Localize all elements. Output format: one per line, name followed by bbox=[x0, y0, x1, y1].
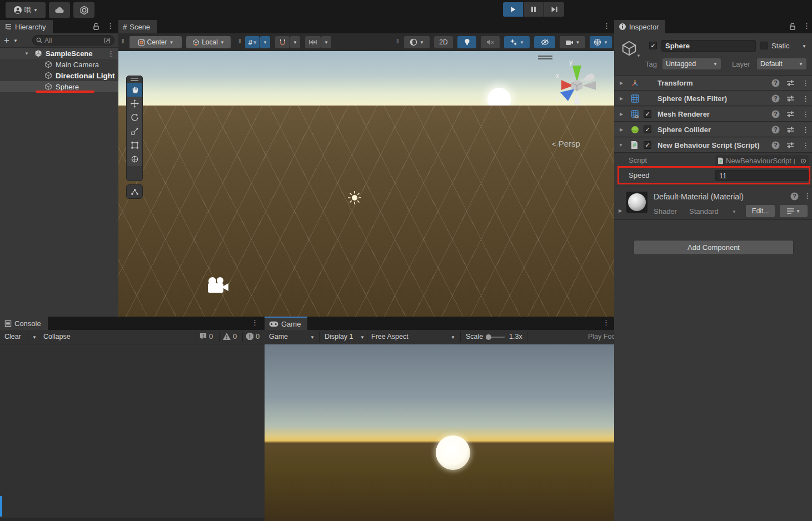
warning-count-badge[interactable]: 0 bbox=[222, 332, 237, 340]
component-header-sphere-collider[interactable]: ▶ ✓ Sphere Collider ? ⋮ bbox=[614, 122, 812, 137]
foldout-closed-icon[interactable]: ▶ bbox=[620, 127, 623, 132]
scene-panel-menu-icon[interactable]: ⋮ bbox=[603, 22, 610, 29]
scene-viewport[interactable]: y x z < Persp bbox=[118, 51, 614, 317]
move-tool-button[interactable] bbox=[127, 97, 142, 111]
material-menu-icon[interactable]: ⋮ bbox=[804, 192, 811, 199]
increment-snap-button[interactable] bbox=[305, 36, 321, 48]
effects-toggle-button[interactable]: ▼ bbox=[504, 36, 530, 48]
camera-settings-button[interactable]: ▼ bbox=[560, 36, 585, 48]
grid-visibility-dropdown[interactable]: ▼ bbox=[260, 36, 270, 48]
tab-game[interactable]: Game bbox=[265, 317, 307, 330]
scale-slider-handle[interactable] bbox=[486, 334, 491, 340]
inspector-menu-icon[interactable]: ⋮ bbox=[803, 22, 810, 29]
chevron-down-icon[interactable]: ▼ bbox=[360, 335, 365, 340]
services-button[interactable] bbox=[73, 2, 94, 18]
help-icon[interactable]: ? bbox=[771, 126, 780, 134]
toolbar-handle[interactable]: ‖ bbox=[238, 38, 241, 44]
2d-toggle-button[interactable]: 2D bbox=[434, 36, 453, 48]
component-header-script[interactable]: ▼ # ✓ New Behaviour Script (Script) ? ⋮ bbox=[614, 138, 812, 153]
visibility-toggle-button[interactable] bbox=[534, 36, 555, 48]
presets-icon[interactable] bbox=[786, 110, 795, 118]
overlay-handle[interactable] bbox=[538, 56, 552, 59]
axis-gizmo[interactable]: y x z bbox=[549, 58, 605, 113]
shader-dropdown[interactable]: Standard bbox=[689, 207, 719, 216]
play-focused-dropdown[interactable]: Play Focused bbox=[588, 333, 614, 340]
play-button[interactable] bbox=[503, 2, 523, 17]
material-list-button[interactable]: ▼ bbox=[780, 205, 808, 217]
aspect-dropdown[interactable]: Free Aspect bbox=[371, 333, 409, 340]
presets-icon[interactable] bbox=[786, 126, 795, 134]
tab-inspector[interactable]: Inspector bbox=[614, 20, 665, 33]
gizmos-button[interactable]: ▼ bbox=[590, 36, 612, 48]
console-log-area[interactable] bbox=[0, 344, 265, 518]
component-header-mesh-filter[interactable]: ▶ Sphere (Mesh Filter) ? ⋮ bbox=[614, 91, 812, 106]
component-menu-icon[interactable]: ⋮ bbox=[802, 142, 809, 149]
persp-label[interactable]: < Persp bbox=[552, 139, 580, 148]
component-header-transform[interactable]: ▶ Transform ? ⋮ bbox=[614, 76, 812, 91]
clear-dropdown-icon[interactable]: ▼ bbox=[32, 335, 37, 340]
step-button[interactable] bbox=[544, 2, 564, 17]
help-icon[interactable]: ? bbox=[790, 192, 799, 201]
tab-scene[interactable]: # Scene bbox=[118, 20, 157, 33]
lock-icon[interactable] bbox=[789, 22, 796, 31]
hierarchy-row-directional-light[interactable]: Directional Light bbox=[0, 70, 118, 81]
error-count-badge[interactable]: 0 bbox=[246, 332, 260, 340]
component-enabled-checkbox[interactable]: ✓ bbox=[644, 126, 651, 133]
tag-dropdown[interactable]: Untagged▼ bbox=[662, 58, 721, 69]
component-menu-icon[interactable]: ⋮ bbox=[802, 79, 809, 87]
scene-menu-icon[interactable]: ⋮ bbox=[107, 50, 114, 57]
clear-button[interactable]: Clear bbox=[4, 333, 21, 340]
tab-hierarchy[interactable]: Hierarchy bbox=[0, 20, 53, 33]
material-preview[interactable] bbox=[626, 192, 647, 213]
help-icon[interactable]: ? bbox=[771, 94, 780, 103]
presets-icon[interactable] bbox=[786, 79, 795, 87]
object-picker-icon[interactable]: ⊙ bbox=[800, 157, 806, 165]
scale-tool-button[interactable] bbox=[127, 124, 142, 138]
pivot-mode-button[interactable]: Center ▼ bbox=[129, 36, 182, 48]
shader-dropdown-icon[interactable]: ▼ bbox=[732, 209, 736, 214]
orientation-button[interactable]: Local ▼ bbox=[186, 36, 231, 48]
info-count-badge[interactable]: 0 bbox=[199, 332, 213, 340]
presets-icon[interactable] bbox=[786, 141, 795, 149]
snap-dropdown[interactable]: ▼ bbox=[290, 36, 300, 48]
snap-button[interactable] bbox=[275, 36, 290, 48]
game-viewport[interactable] bbox=[265, 344, 614, 521]
rect-tool-button[interactable] bbox=[127, 138, 142, 152]
hand-tool-button[interactable] bbox=[127, 83, 142, 97]
directional-light-gizmo[interactable] bbox=[347, 190, 362, 206]
pause-button[interactable] bbox=[524, 2, 544, 17]
overlay-handle[interactable] bbox=[127, 76, 142, 83]
rotate-tool-button[interactable] bbox=[127, 111, 142, 124]
presets-icon[interactable] bbox=[786, 94, 795, 103]
custom-tool-button[interactable] bbox=[126, 184, 143, 199]
layer-dropdown[interactable]: Default▼ bbox=[757, 58, 806, 69]
tab-console[interactable]: Console bbox=[0, 317, 48, 330]
lock-icon[interactable] bbox=[92, 22, 100, 31]
foldout-closed-icon[interactable]: ▶ bbox=[620, 112, 623, 117]
increment-snap-dropdown[interactable]: ▼ bbox=[321, 36, 331, 48]
static-dropdown-icon[interactable]: ▼ bbox=[802, 44, 806, 49]
script-object-field[interactable]: # NewBehaviourScript (MonoScript) ⊙ bbox=[715, 155, 809, 166]
game-mode-dropdown[interactable]: Game bbox=[269, 333, 288, 340]
foldout-closed-icon[interactable]: ▶ bbox=[620, 96, 623, 101]
hierarchy-row-scene[interactable]: ▼ SampleScene ⋮ bbox=[0, 48, 118, 59]
foldout-closed-icon[interactable]: ▶ bbox=[620, 81, 623, 86]
console-menu-icon[interactable]: ⋮ bbox=[251, 319, 258, 326]
toolbar-handle[interactable]: ‖ bbox=[122, 38, 124, 44]
search-input[interactable]: All bbox=[32, 35, 114, 46]
material-header[interactable]: Default-Material (Material) ? ⋮ ▶ Shader… bbox=[614, 187, 812, 220]
draw-mode-button[interactable]: ▼ bbox=[404, 36, 430, 48]
account-button[interactable]: 哦 ▼ bbox=[6, 2, 46, 18]
camera-gizmo[interactable] bbox=[205, 276, 230, 296]
component-menu-icon[interactable]: ⋮ bbox=[802, 111, 809, 118]
material-foldout-icon[interactable]: ▶ bbox=[619, 208, 622, 213]
lighting-toggle-button[interactable] bbox=[457, 36, 476, 48]
help-icon[interactable]: ? bbox=[771, 79, 780, 87]
edit-shader-button[interactable]: Edit... bbox=[746, 205, 775, 217]
chevron-down-icon[interactable]: ▼ bbox=[451, 335, 455, 340]
grid-visibility-button[interactable]: #Y bbox=[245, 36, 260, 48]
display-dropdown[interactable]: Display 1 bbox=[325, 333, 353, 340]
foldout-open-icon[interactable]: ▼ bbox=[24, 51, 29, 56]
foldout-open-icon[interactable]: ▼ bbox=[619, 143, 623, 148]
audio-toggle-button[interactable] bbox=[481, 36, 500, 48]
